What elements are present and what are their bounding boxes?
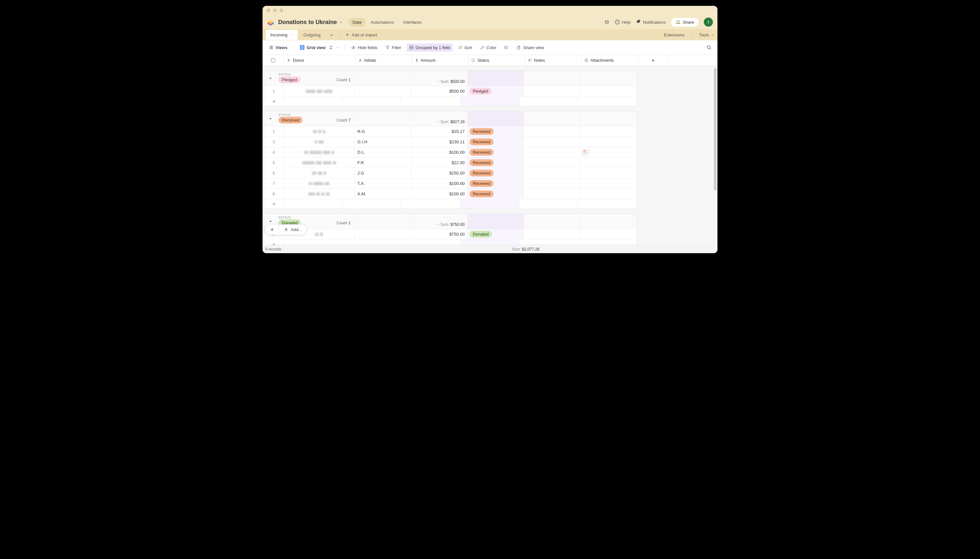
column-header-attachments[interactable]: Attachments — [582, 55, 638, 66]
cell-notes[interactable] — [524, 229, 580, 239]
add-record-dropdown[interactable]: Add... — [279, 225, 306, 235]
cell-initials[interactable]: G.I.H — [355, 137, 411, 147]
cell-donor[interactable] — [284, 86, 355, 96]
nav-interfaces[interactable]: Interfaces — [399, 18, 426, 26]
column-header-donor[interactable]: Donor — [284, 55, 355, 66]
cell-donor[interactable] — [284, 189, 355, 199]
extensions-button[interactable]: Extensions — [664, 33, 685, 37]
group-summary-status[interactable] — [468, 111, 524, 126]
cell-attachments[interactable] — [580, 126, 636, 137]
footer-sum[interactable]: Sum $2,077.28 — [512, 247, 539, 251]
table-tab-incoming[interactable]: Incoming — [266, 30, 297, 40]
select-all-checkbox[interactable] — [263, 55, 284, 66]
table-row[interactable]: 7 T.A. $100.00 Received — [264, 178, 636, 189]
cell-notes[interactable] — [524, 137, 580, 147]
cell-initials[interactable] — [355, 229, 411, 239]
sort-button[interactable]: Sort — [455, 43, 475, 52]
cell-amount[interactable]: $250.00 — [411, 168, 467, 178]
tools-button[interactable]: Tools — [699, 33, 714, 37]
cell-amount[interactable]: $22.00 — [411, 158, 467, 168]
nav-automations[interactable]: Automations — [367, 18, 398, 26]
nav-data[interactable]: Data — [349, 18, 365, 26]
filter-button[interactable]: Filter — [383, 43, 404, 52]
hide-fields-button[interactable]: Hide fields — [348, 43, 380, 52]
cell-status[interactable]: Received — [468, 158, 524, 168]
cell-initials[interactable]: A.M. — [355, 189, 411, 199]
color-button[interactable]: Color — [477, 43, 499, 52]
cell-status[interactable]: Received — [468, 179, 524, 189]
help-button[interactable]: ? Help — [615, 20, 631, 25]
collapse-group-button[interactable] — [269, 220, 272, 223]
add-row-button[interactable] — [264, 96, 284, 106]
cell-initials[interactable]: J.G — [355, 168, 411, 178]
group-summary-attachments[interactable] — [580, 111, 636, 126]
group-summary-status[interactable] — [468, 71, 524, 86]
cell-donor[interactable] — [284, 147, 355, 157]
add-record-button[interactable] — [266, 225, 279, 235]
cell-status[interactable]: Received — [468, 126, 524, 137]
search-button[interactable] — [704, 43, 714, 52]
cell-attachments[interactable] — [580, 189, 636, 199]
window-close-button[interactable] — [266, 8, 270, 12]
cell-donor[interactable] — [284, 158, 355, 168]
cell-initials[interactable]: T.A. — [355, 179, 411, 189]
cell-donor[interactable] — [284, 179, 355, 189]
cell-attachments[interactable] — [580, 147, 636, 157]
cell-amount[interactable]: $25.17 — [411, 126, 467, 137]
group-summary-notes[interactable] — [524, 71, 580, 86]
attachment-thumb[interactable] — [582, 149, 590, 155]
group-summary-attachments[interactable] — [580, 214, 636, 229]
cell-attachments[interactable] — [580, 179, 636, 189]
cell-status[interactable]: Received — [468, 147, 524, 157]
column-header-amount[interactable]: Amount — [412, 55, 469, 66]
cell-donor[interactable] — [284, 168, 355, 178]
add-row-button[interactable] — [264, 240, 284, 245]
group-summary-status[interactable] — [468, 214, 524, 229]
table-row[interactable]: 9 $750.00 Donated — [264, 229, 636, 239]
collapse-group-button[interactable] — [269, 77, 272, 80]
cell-notes[interactable] — [524, 158, 580, 168]
group-summary-initials[interactable] — [355, 214, 411, 229]
window-zoom-button[interactable] — [279, 8, 283, 12]
add-column-button[interactable] — [638, 55, 668, 66]
scrollbar-thumb[interactable] — [714, 68, 717, 190]
cell-notes[interactable] — [524, 86, 580, 96]
table-row[interactable]: 8 A.M. $100.00 Received — [264, 189, 636, 199]
cell-initials[interactable]: F.R — [355, 158, 411, 168]
cell-donor[interactable] — [284, 126, 355, 137]
cell-notes[interactable] — [524, 189, 580, 199]
base-title[interactable]: Donations to Ukraine — [278, 19, 343, 26]
cell-status[interactable]: Received — [468, 168, 524, 178]
cell-donor[interactable] — [284, 137, 355, 147]
table-row[interactable]: 5 F.R $22.00 Received — [264, 157, 636, 168]
cell-attachments[interactable] — [580, 229, 636, 239]
column-header-notes[interactable]: Notes — [525, 55, 582, 66]
cell-status[interactable]: Received — [468, 137, 524, 147]
add-row-button[interactable] — [264, 199, 284, 208]
cell-amount[interactable]: $500.00 — [411, 86, 467, 96]
cell-notes[interactable] — [524, 179, 580, 189]
cell-notes[interactable] — [524, 147, 580, 157]
cell-amount[interactable]: $750.00 — [411, 229, 467, 239]
cell-amount[interactable]: $100.00 — [411, 189, 467, 199]
notifications-button[interactable]: 1 Notifications — [636, 20, 666, 25]
group-button[interactable]: Grouped by 1 field — [407, 43, 453, 52]
cell-amount[interactable]: $100.00 — [411, 147, 467, 157]
cell-amount[interactable]: $100.00 — [411, 179, 467, 189]
cell-attachments[interactable] — [580, 158, 636, 168]
cell-status[interactable]: Pledged — [468, 86, 524, 96]
cell-attachments[interactable] — [580, 168, 636, 178]
view-switcher[interactable]: Grid view — [297, 43, 342, 52]
avatar[interactable]: f — [704, 18, 713, 26]
group-summary-initials[interactable] — [355, 111, 411, 126]
group-summary-notes[interactable] — [524, 214, 580, 229]
cell-attachments[interactable] — [580, 86, 636, 96]
group-summary-amount[interactable]: Sum $827.28 — [411, 111, 467, 126]
column-header-status[interactable]: Status — [469, 55, 525, 66]
cell-initials[interactable] — [355, 86, 411, 96]
views-button[interactable]: Views — [266, 43, 290, 52]
share-button[interactable]: Share — [671, 18, 699, 26]
group-summary-initials[interactable] — [355, 71, 411, 86]
table-tab-more[interactable] — [327, 31, 337, 39]
table-row[interactable]: 1 $500.00 Pledged — [264, 86, 636, 96]
